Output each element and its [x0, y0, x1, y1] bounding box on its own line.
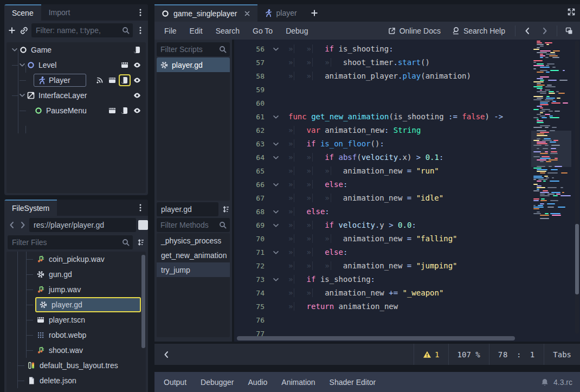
- file-tree[interactable]: coin_pickup.wavgun.gdjump.wavplayer.gdpl…: [7, 252, 146, 392]
- fold-arrow-icon[interactable]: [272, 205, 288, 219]
- scene-dock-menu-icon[interactable]: [136, 8, 145, 17]
- notification-bell-icon[interactable]: [540, 378, 549, 387]
- warnings-cell[interactable]: 1: [414, 344, 448, 365]
- history-forward-icon[interactable]: [18, 221, 27, 229]
- search-help-button[interactable]: Search Help: [446, 27, 511, 35]
- file-row[interactable]: shoot.wav: [7, 343, 146, 358]
- add-scene-tab-button[interactable]: [304, 4, 325, 22]
- scene-tab-game_singleplayer[interactable]: game_singleplayer: [154, 4, 257, 22]
- file-row[interactable]: robot.webp: [7, 327, 146, 343]
- bottom-tab-audio[interactable]: Audio: [241, 378, 275, 387]
- instance-scene-button[interactable]: [20, 26, 28, 35]
- bottom-tab-shader-editor[interactable]: Shader Editor: [323, 378, 383, 387]
- file-row[interactable]: coin_pickup.wav: [7, 252, 146, 267]
- fold-arrow-icon[interactable]: [272, 151, 288, 164]
- online-docs-button[interactable]: Online Docs: [382, 27, 446, 35]
- filesystem-dock-menu-icon[interactable]: [136, 203, 145, 212]
- vertical-scrollbar[interactable]: [575, 41, 579, 334]
- menu-debug[interactable]: Debug: [279, 27, 314, 35]
- close-icon[interactable]: [243, 10, 251, 17]
- scene-tree-row[interactable]: Game: [7, 42, 146, 57]
- caret-position-cell: 78 : 1: [489, 344, 544, 365]
- menu-edit[interactable]: Edit: [183, 27, 209, 35]
- file-row[interactable]: player.tscn: [7, 312, 146, 327]
- methods-list[interactable]: _physics_processget_new_animationtry_jum…: [157, 233, 230, 337]
- collapse-arrow-icon[interactable]: [18, 92, 26, 99]
- menu-go-to[interactable]: Go To: [246, 27, 279, 35]
- horizontal-scroll-thumb[interactable]: [237, 336, 515, 340]
- script-icon[interactable]: [120, 76, 129, 85]
- fold-arrow-icon[interactable]: [272, 110, 288, 124]
- current-script-box[interactable]: player.gd: [157, 202, 218, 216]
- file-row[interactable]: player.gd: [7, 297, 146, 312]
- script-history-back-icon[interactable]: [520, 27, 535, 35]
- code-line: 58»»animation_player.play(animation): [234, 69, 580, 83]
- eye-icon[interactable]: [133, 106, 141, 115]
- scene-tree-row[interactable]: PauseMenu: [7, 103, 146, 118]
- method-item-try_jump[interactable]: try_jump: [157, 262, 230, 277]
- file-row[interactable]: default_bus_layout.tres: [7, 358, 146, 373]
- tab-scene[interactable]: Scene: [4, 4, 41, 21]
- eye-icon[interactable]: [133, 61, 141, 69]
- code-editor[interactable]: 56»»if is_shooting:57»»»shoot_timer.star…: [234, 40, 580, 342]
- add-node-button[interactable]: [8, 26, 16, 35]
- zoom-cell[interactable]: 107 %: [448, 344, 489, 365]
- menu-search[interactable]: Search: [209, 27, 246, 35]
- clapper-icon[interactable]: [120, 61, 129, 69]
- fold-arrow-icon[interactable]: [272, 42, 288, 56]
- tab-indent-marker: »: [307, 69, 325, 83]
- file-row[interactable]: delete.json: [7, 373, 146, 388]
- scripts-list[interactable]: player.gd: [157, 57, 230, 201]
- bottom-tab-animation[interactable]: Animation: [274, 378, 322, 387]
- file-row[interactable]: gun.gd: [7, 267, 146, 282]
- panel-collapse-icon[interactable]: [162, 350, 171, 359]
- eye-icon[interactable]: [133, 76, 141, 85]
- code-minimap[interactable]: [532, 41, 573, 225]
- script-sort-icon[interactable]: [221, 205, 230, 214]
- file-row[interactable]: jump.wav: [7, 282, 146, 297]
- scene-filter-input[interactable]: [31, 23, 133, 37]
- distraction-free-icon[interactable]: [567, 8, 576, 16]
- tab-import[interactable]: Import: [41, 4, 78, 21]
- scene-tree-row[interactable]: Level: [7, 57, 146, 73]
- file-filter-input[interactable]: [8, 235, 133, 249]
- selected-file-row[interactable]: player.gd: [36, 298, 140, 312]
- method-item-get_new_animation[interactable]: get_new_animation: [157, 248, 230, 262]
- scene-tab-player[interactable]: player: [257, 4, 304, 22]
- fold-arrow-icon[interactable]: [272, 273, 288, 286]
- resource-path-input[interactable]: [29, 218, 136, 232]
- toggle-split-mode-button[interactable]: [138, 220, 148, 230]
- tab-filesystem[interactable]: FileSystem: [4, 200, 57, 216]
- minimap-bar: [537, 133, 544, 134]
- script-list-item[interactable]: player.gd: [157, 57, 230, 72]
- code-token: :: [411, 219, 416, 232]
- fold-arrow-icon[interactable]: [272, 219, 288, 232]
- script-history-forward-icon[interactable]: [537, 27, 552, 35]
- vertical-scroll-thumb[interactable]: [575, 224, 579, 294]
- eye-icon[interactable]: [133, 91, 141, 100]
- make-floating-icon[interactable]: [562, 27, 577, 35]
- menu-file[interactable]: File: [158, 27, 183, 35]
- clapper-icon[interactable]: [108, 76, 117, 85]
- file-sort-icon[interactable]: [136, 238, 145, 247]
- signal-icon[interactable]: [95, 76, 104, 85]
- scene-tree-row[interactable]: InterfaceLayer: [7, 88, 146, 103]
- bottom-tab-debugger[interactable]: Debugger: [194, 378, 241, 387]
- clapper-icon[interactable]: [108, 106, 117, 115]
- horizontal-scrollbar[interactable]: [235, 336, 571, 340]
- scene-tree-row[interactable]: Player: [7, 73, 146, 88]
- collapse-arrow-icon[interactable]: [11, 46, 18, 54]
- history-back-icon[interactable]: [8, 221, 16, 229]
- fold-arrow-icon[interactable]: [272, 246, 288, 259]
- method-item-_physics_process[interactable]: _physics_process: [157, 233, 230, 248]
- scene-tree[interactable]: GameLevelPlayerInterfaceLayerPauseMenu: [7, 42, 146, 193]
- script-icon[interactable]: [133, 46, 141, 54]
- fold-arrow-icon[interactable]: [272, 178, 288, 191]
- fold-arrow-icon[interactable]: [272, 137, 288, 151]
- script-icon[interactable]: [120, 106, 129, 115]
- scene-tree-menu-icon[interactable]: [136, 26, 145, 35]
- bottom-tab-output[interactable]: Output: [157, 378, 194, 387]
- indent-type-cell[interactable]: Tabs: [544, 344, 580, 365]
- node-rename-input[interactable]: Player: [34, 74, 86, 87]
- collapse-arrow-icon[interactable]: [18, 61, 26, 69]
